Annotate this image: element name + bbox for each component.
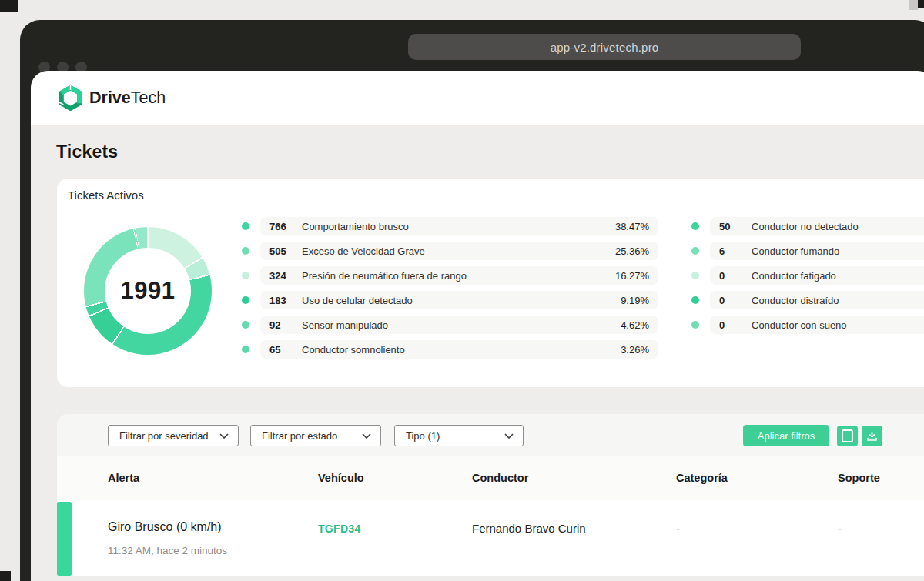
legend-dot-icon	[242, 222, 249, 230]
tickets-activos-card: Tickets Activos 1991 766Comportamiento b…	[57, 179, 924, 387]
filters-toolbar: Filtrar por severidad Filtrar por estado…	[57, 414, 924, 456]
square-outline-icon	[842, 429, 853, 442]
legend-dot-icon	[242, 321, 249, 329]
legend-pill: 183Uso de celular detectado9.19%	[260, 291, 658, 309]
donut-center: 1991	[105, 248, 191, 334]
tipo-filter-dropdown[interactable]: Tipo (1)	[394, 425, 524, 446]
legend-value: 0	[719, 295, 752, 306]
legend-pill: 65Conductor somnoliento3.26%	[260, 340, 658, 359]
legend-right-column: 50Conductor no detectado6Conductor fuman…	[691, 217, 924, 340]
legend-item: 766Comportamiento brusco38.47%	[242, 217, 658, 235]
select-view-button[interactable]	[837, 426, 858, 446]
legend-item: 50Conductor no detectado	[691, 217, 924, 235]
legend-percent: 4.62%	[621, 319, 649, 331]
legend-value: 324	[270, 270, 302, 282]
corner-artifact-top-right-gray	[909, 0, 918, 10]
corner-artifact-top-right	[918, 0, 924, 8]
legend-pill: 505Exceso de Velocidad Grave25.36%	[260, 242, 658, 260]
legend-left-column: 766Comportamiento brusco38.47%505Exceso …	[242, 217, 658, 365]
corner-artifact-top-left	[0, 0, 18, 12]
brand-logo: DriveTech	[58, 85, 166, 111]
legend-percent: 3.26%	[621, 344, 649, 356]
chevron-down-icon	[362, 433, 371, 439]
apply-filters-button[interactable]: Aplicar filtros	[743, 425, 829, 446]
address-bar-url: app-v2.drivetech.pro	[551, 41, 659, 54]
legend-pill: 92Sensor manipulado4.62%	[260, 316, 658, 334]
legend-pill: 324Presión de neumático fuera de rango16…	[260, 266, 658, 285]
legend-value: 92	[270, 319, 302, 331]
legend-label: Conductor fatigado	[752, 270, 924, 282]
legend-value: 50	[719, 221, 752, 232]
severity-filter-dropdown[interactable]: Filtrar por severidad	[108, 425, 239, 446]
column-header-categoria: Categoría	[676, 456, 728, 500]
alert-title: Giro Brusco (0 km/h)	[108, 520, 222, 534]
driver-name: Fernando Bravo Curin	[472, 522, 586, 535]
vehicle-link[interactable]: TGFD34	[318, 523, 360, 535]
legend-dot-icon	[691, 247, 699, 255]
legend-percent: 38.47%	[615, 221, 649, 232]
page-title: Tickets	[56, 142, 118, 162]
legend-value: 65	[270, 344, 302, 356]
estado-filter-label: Filtrar por estado	[262, 430, 362, 442]
legend-label: Exceso de Velocidad Grave	[302, 245, 615, 257]
card-title: Tickets Activos	[68, 189, 144, 202]
legend-item: 6Conductor fumando	[691, 242, 924, 260]
donut-total: 1991	[121, 277, 176, 305]
legend-dot-icon	[691, 296, 699, 304]
column-header-soporte: Soporte	[838, 456, 880, 500]
legend-label: Conductor con sueño	[752, 319, 924, 331]
legend-dot-icon	[691, 272, 699, 279]
legend-item: 0Conductor con sueño	[691, 316, 924, 334]
legend-item: 65Conductor somnoliento3.26%	[242, 340, 658, 359]
brand-wordmark: DriveTech	[89, 88, 166, 108]
legend-item: 505Exceso de Velocidad Grave25.36%	[242, 242, 658, 260]
table-header-row: AlertaVehículoConductorCategoríaSoporte	[57, 456, 924, 500]
legend-label: Presión de neumático fuera de rango	[302, 270, 615, 282]
legend-pill: 0Conductor distraído	[710, 291, 924, 309]
legend-label: Conductor distraído	[752, 295, 924, 306]
legend-dot-icon	[242, 346, 249, 353]
address-bar[interactable]: app-v2.drivetech.pro	[408, 34, 801, 60]
legend-dot-icon	[242, 272, 249, 279]
legend-label: Comportamiento brusco	[302, 221, 615, 232]
legend-item: 0Conductor distraído	[691, 291, 924, 309]
legend-label: Conductor no detectado	[752, 221, 924, 232]
chevron-down-icon	[504, 433, 514, 439]
legend-item: 324Presión de neumático fuera de rango16…	[242, 266, 658, 285]
legend-percent: 9.19%	[621, 295, 649, 306]
estado-filter-dropdown[interactable]: Filtrar por estado	[250, 425, 381, 446]
table-row[interactable]: Giro Brusco (0 km/h)11:32 AM, hace 2 min…	[57, 500, 924, 576]
support-value: -	[838, 522, 842, 535]
alert-timestamp: 11:32 AM, hace 2 minutos	[108, 545, 227, 556]
column-header-vehiculo: Vehículo	[318, 456, 364, 500]
legend-dot-icon	[691, 222, 699, 230]
legend-value: 0	[719, 319, 752, 331]
chevron-down-icon	[219, 433, 229, 439]
corner-artifact-bottom-left	[0, 571, 11, 581]
legend-item: 92Sensor manipulado4.62%	[242, 316, 658, 334]
legend-pill: 6Conductor fumando	[710, 242, 924, 260]
legend-label: Sensor manipulado	[302, 319, 621, 331]
legend-value: 766	[270, 221, 302, 232]
screenshot-root: app-v2.drivetech.pro DriveTech Tickets T…	[0, 0, 924, 581]
download-icon	[866, 431, 878, 442]
legend-label: Conductor fumando	[752, 245, 924, 257]
legend-dot-icon	[242, 296, 249, 304]
legend-dot-icon	[691, 321, 699, 329]
legend-percent: 25.36%	[615, 245, 649, 257]
legend-percent: 16.27%	[615, 270, 649, 282]
legend-item: 0Conductor fatigado	[691, 266, 924, 285]
legend-item: 183Uso de celular detectado9.19%	[242, 291, 658, 309]
legend-dot-icon	[242, 247, 249, 255]
legend-pill: 0Conductor fatigado	[710, 266, 924, 285]
drivetech-hexagon-icon	[58, 85, 83, 111]
severity-accent-bar	[57, 502, 72, 576]
legend-pill: 50Conductor no detectado	[710, 217, 924, 235]
legend-label: Conductor somnoliento	[302, 344, 621, 356]
legend-label: Uso de celular detectado	[302, 295, 621, 306]
legend-pill: 766Comportamiento brusco38.47%	[260, 217, 658, 235]
severity-filter-label: Filtrar por severidad	[119, 430, 219, 442]
legend-value: 183	[270, 295, 302, 306]
download-button[interactable]	[862, 426, 882, 446]
tipo-filter-label: Tipo (1)	[406, 430, 504, 442]
